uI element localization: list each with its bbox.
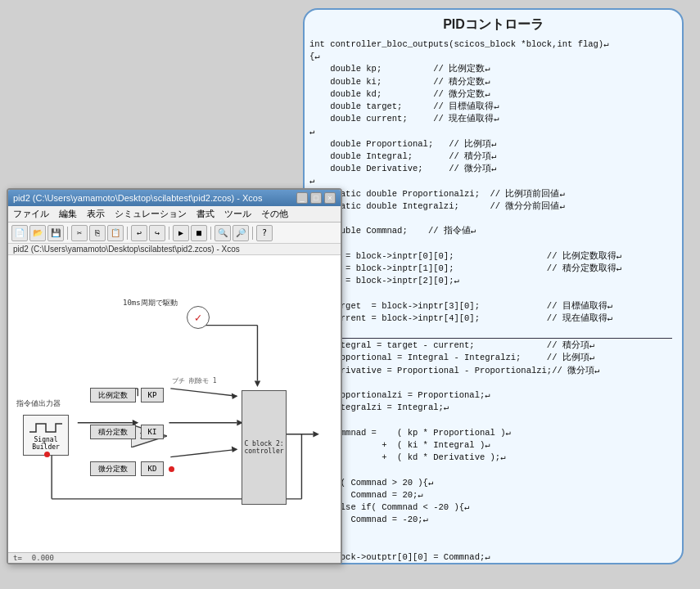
svg-line-4 [170,389,237,396]
menu-tools[interactable]: ツール [223,207,253,221]
svg-line-7 [170,449,237,456]
toolbar-sep-1 [67,227,68,240]
integral-label[interactable]: 積分定数 [90,425,136,439]
toolbar-sep-3 [169,227,169,240]
svg-marker-8 [232,447,237,452]
toolbar-stop[interactable]: ■ [191,225,207,241]
toolbar-paste[interactable]: 📋 [107,225,124,241]
kd-red-dot [169,466,174,472]
maximize-button[interactable]: □ [310,192,322,204]
menu-edit[interactable]: 編集 [57,207,79,221]
svg-marker-17 [255,381,260,387]
toolbar-sep-5 [252,227,253,240]
code-separator [314,338,672,339]
minimize-button[interactable]: _ [296,192,308,204]
svg-marker-10 [313,431,318,437]
xcos-titlebar: pid2 (C:\Users\yamamoto\Desktop\scilabte… [8,190,341,206]
xcos-menubar: ファイル 編集 表示 シミュレーション 書式 ツール その他 [8,206,341,223]
indicator-label: 指令値出力器 [16,398,61,409]
proportional-label[interactable]: 比例定数 [90,388,136,402]
menu-file[interactable]: ファイル [11,207,51,221]
toolbar-new[interactable]: 📄 [11,225,28,241]
xcos-title: pid2 (C:\Users\yamamoto\Desktop\scilabte… [13,193,262,203]
toolbar-undo[interactable]: ↩ [131,225,147,241]
signal-builder-label: SignalBuilder [32,436,60,451]
signal-builder-block[interactable]: SignalBuilder [23,415,69,456]
toolbar-run[interactable]: ▶ [173,225,189,241]
c-block-label: C block 2:controller [244,440,283,455]
xcos-toolbar: 📄 📂 💾 ✂ ⎘ 📋 ↩ ↪ ▶ ■ 🔍 🔎 ? [8,223,341,244]
c-block[interactable]: C block 2:controller [242,390,287,505]
close-button[interactable]: × [324,192,336,204]
code-content: int controller_bloc_outputs(scicos_block… [305,37,682,563]
signal-builder-red-dot [44,452,50,457]
toolbar-save[interactable]: 💾 [47,225,64,241]
derivative-var[interactable]: KD [141,461,164,476]
titlebar-buttons: _ □ × [296,192,336,204]
toolbar-open[interactable]: 📂 [29,225,46,241]
toolbar-zoom-out[interactable]: 🔎 [233,225,249,241]
signal-wave-icon [29,420,62,435]
toolbar-redo[interactable]: ↪ [149,225,165,241]
statusbar-time-value: 0.000 [32,554,54,562]
clock-block[interactable]: ✓ [187,306,210,329]
statusbar-time-label: t= [13,554,22,562]
toolbar-sep-2 [127,227,128,240]
toolbar-copy[interactable]: ⎘ [89,225,106,241]
connector-label: ブチ 削除モ 1 [172,376,216,385]
code-text-2: Integral = target - current; // 積分項↵ Pro… [309,339,677,563]
derivative-label[interactable]: 微分定数 [90,461,136,476]
code-panel: PIDコントローラ int controller_bloc_outputs(sc… [303,8,684,564]
xcos-window: pid2 (C:\Users\yamamoto\Desktop\scilabte… [7,188,342,564]
toolbar-cut[interactable]: ✂ [71,225,88,241]
toolbar-sep-4 [210,227,211,240]
xcos-statusbar: t= 0.000 [8,552,341,563]
code-panel-title: PIDコントローラ [305,10,682,37]
menu-simulation[interactable]: シミュレーション [113,207,188,221]
svg-marker-5 [232,393,237,398]
code-text: int controller_bloc_outputs(scicos_block… [309,38,677,337]
check-icon: ✓ [195,311,201,324]
menu-format[interactable]: 書式 [195,207,216,221]
toolbar-zoom-in[interactable]: 🔍 [215,225,231,241]
proportional-var[interactable]: KP [141,388,164,402]
xcos-path: pid2 (C:\Users\yamamoto\Desktop\scilabte… [8,244,341,255]
menu-other[interactable]: その他 [260,207,290,221]
clock-label: 10ms周期で駆動 [123,298,178,308]
menu-view[interactable]: 表示 [85,207,106,221]
toolbar-help[interactable]: ? [256,225,273,241]
integral-var[interactable]: KI [141,425,164,439]
xcos-canvas[interactable]: 10ms周期で駆動 ✓ 指令値出力器 SignalBuilder 100 比例定… [8,255,341,552]
